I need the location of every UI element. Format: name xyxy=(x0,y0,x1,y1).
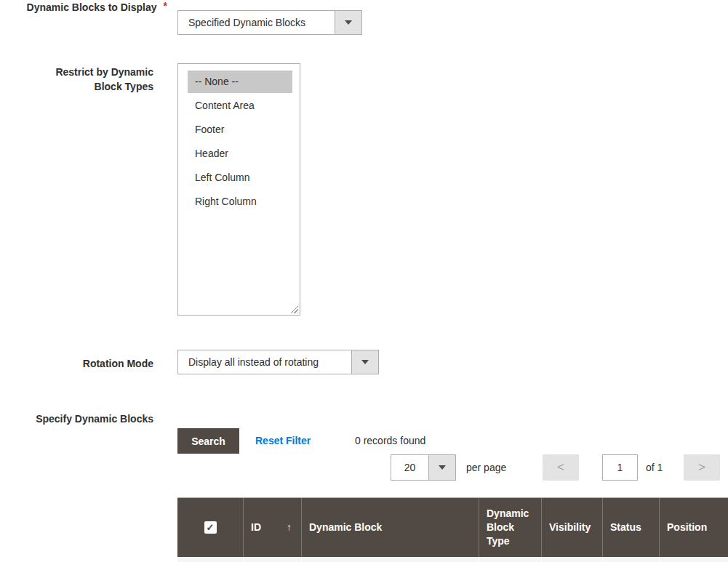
grid-header-row: ✓ ID ↑ Dynamic Block Dynamic Block Type … xyxy=(177,498,728,557)
page-size-value: 20 xyxy=(391,455,428,480)
dynamic-blocks-settings-form: Dynamic Blocks to Display * Specified Dy… xyxy=(0,0,728,562)
col-header-label: Status xyxy=(610,521,641,534)
dropdown-arrow-box[interactable] xyxy=(351,350,378,374)
grid-cell xyxy=(301,557,479,562)
grid-cell xyxy=(479,557,541,562)
total-pages-label: of 1 xyxy=(646,462,663,473)
multiselect-dynamic-block-types[interactable]: -- None -- Content Area Footer Header Le… xyxy=(177,63,300,316)
col-header-label: Position xyxy=(667,521,707,534)
select-all-checkbox[interactable]: ✓ xyxy=(204,521,217,534)
grid-cell xyxy=(243,557,301,562)
col-header-position[interactable]: Position xyxy=(659,498,728,557)
option-content-area[interactable]: Content Area xyxy=(188,95,292,117)
chevron-left-icon: < xyxy=(557,460,564,475)
page-size-select[interactable]: 20 xyxy=(391,454,456,481)
option-right-column[interactable]: Right Column xyxy=(188,190,292,213)
col-header-label: ID xyxy=(251,521,261,534)
field-label-rotation-mode: Rotation Mode xyxy=(0,356,153,371)
prev-page-button[interactable]: < xyxy=(543,454,579,481)
checkmark-icon: ✓ xyxy=(207,523,215,532)
selected-value: Specified Dynamic Blocks xyxy=(178,11,335,34)
col-header-select-all: ✓ xyxy=(177,498,243,557)
select-rotation-mode[interactable]: Display all instead of rotating xyxy=(177,350,379,374)
reset-filter-link[interactable]: Reset Filter xyxy=(255,435,311,446)
grid-cell xyxy=(659,557,728,562)
grid-cell xyxy=(602,557,659,562)
grid-empty-row xyxy=(177,557,728,562)
col-header-visibility[interactable]: Visibility xyxy=(541,498,602,557)
sort-asc-icon: ↑ xyxy=(287,521,292,534)
select-dynamic-blocks-to-display[interactable]: Specified Dynamic Blocks xyxy=(177,10,362,35)
grid-cell xyxy=(177,557,243,562)
per-page-label: per page xyxy=(466,462,506,473)
chevron-down-icon xyxy=(345,20,352,25)
col-header-dynamic-block[interactable]: Dynamic Block xyxy=(301,498,479,557)
col-header-status[interactable]: Status xyxy=(602,498,659,557)
search-button[interactable]: Search xyxy=(177,428,239,454)
selected-value: Display all instead of rotating xyxy=(178,350,351,374)
grid-cell xyxy=(541,557,602,562)
field-label-dynamic-blocks-to-display: Dynamic Blocks to Display xyxy=(27,0,157,15)
resize-grip-icon[interactable] xyxy=(289,304,298,313)
option-footer[interactable]: Footer xyxy=(188,119,292,141)
option-none[interactable]: -- None -- xyxy=(188,71,292,93)
next-page-button[interactable]: > xyxy=(684,454,720,481)
dropdown-arrow-box[interactable] xyxy=(335,11,361,34)
option-header[interactable]: Header xyxy=(188,142,292,165)
field-row-display: Dynamic Blocks to Display * xyxy=(0,0,167,15)
col-header-id[interactable]: ID ↑ xyxy=(243,498,301,557)
chevron-down-icon xyxy=(439,465,446,470)
col-header-dynamic-block-type[interactable]: Dynamic Block Type xyxy=(479,498,541,557)
required-asterisk: * xyxy=(164,0,167,15)
field-label-restrict-by-dynamic-block-types: Restrict by Dynamic Block Types xyxy=(41,65,153,94)
col-header-label: Visibility xyxy=(549,521,591,534)
option-left-column[interactable]: Left Column xyxy=(188,166,292,189)
current-page-input[interactable] xyxy=(602,454,638,481)
chevron-right-icon: > xyxy=(698,460,705,475)
col-header-label: Dynamic Block Type xyxy=(487,507,534,548)
records-found-text: 0 records found xyxy=(355,435,425,446)
dynamic-blocks-grid: ✓ ID ↑ Dynamic Block Dynamic Block Type … xyxy=(177,497,728,562)
dropdown-arrow-box[interactable] xyxy=(428,455,455,480)
field-label-specify-dynamic-blocks: Specify Dynamic Blocks xyxy=(0,412,153,426)
chevron-down-icon xyxy=(361,360,369,364)
col-header-label: Dynamic Block xyxy=(309,521,382,534)
